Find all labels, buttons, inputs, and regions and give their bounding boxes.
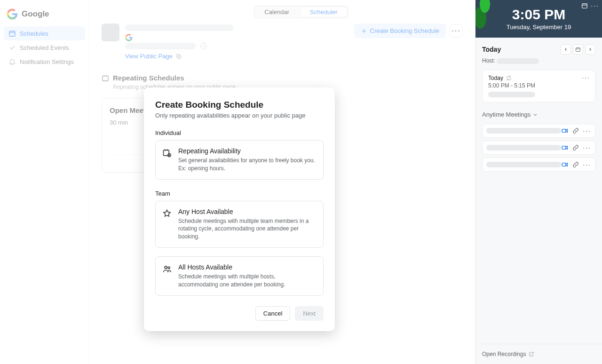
widget-calendar-icon[interactable]	[581, 2, 588, 9]
option-desc: Schedule meetings with multiple team mem…	[178, 217, 317, 241]
today-button[interactable]	[573, 44, 583, 55]
anytime-meeting-item[interactable]: ···	[482, 141, 595, 155]
calendar-icon	[575, 47, 581, 52]
meeting-more-button[interactable]: ···	[583, 127, 591, 135]
event-day: Today	[488, 75, 503, 81]
link-icon[interactable]	[572, 144, 579, 151]
clock-date: Tuesday, September 19	[482, 24, 595, 31]
link-icon[interactable]	[572, 161, 579, 168]
modal-title: Create Booking Schedule	[155, 100, 324, 110]
option-repeating-availability[interactable]: Repeating Availability Set general avail…	[155, 140, 324, 180]
next-day-button[interactable]	[585, 44, 595, 55]
host-label-row: Host:	[482, 57, 595, 64]
option-title: All Hosts Available	[178, 263, 317, 271]
option-all-hosts[interactable]: All Hosts Available Schedule meetings wi…	[155, 256, 324, 296]
host-label: Host:	[482, 57, 495, 64]
event-title-redacted	[488, 92, 535, 97]
star-icon	[162, 209, 172, 218]
event-time: 5:00 PM - 5:15 PM	[488, 82, 589, 89]
meeting-title-redacted	[486, 162, 561, 167]
open-recordings-link[interactable]: Open Recordings	[475, 344, 602, 364]
external-link-icon	[529, 351, 534, 357]
option-desc: Schedule meetings with multiple hosts, a…	[178, 273, 317, 289]
svg-rect-14	[562, 163, 566, 166]
video-icon[interactable]	[561, 161, 569, 168]
option-any-host[interactable]: Any Host Available Schedule meetings wit…	[155, 201, 324, 248]
today-event-card[interactable]: ··· Today 5:00 PM - 5:15 PM	[482, 70, 595, 103]
video-icon[interactable]	[561, 127, 569, 135]
anytime-meetings-header[interactable]: Anytime Meetings	[475, 103, 602, 121]
svg-rect-12	[562, 129, 566, 133]
event-more-button[interactable]: ···	[582, 74, 590, 81]
leaf-decoration-icon	[475, 0, 497, 38]
meeting-title-redacted	[486, 128, 561, 134]
prev-day-button[interactable]	[561, 44, 571, 55]
today-heading: Today	[482, 46, 501, 53]
right-panel: ··· 3:05 PM Tuesday, September 19 Today …	[475, 0, 602, 364]
option-title: Repeating Availability	[178, 147, 317, 155]
chevron-down-icon	[532, 112, 538, 118]
cancel-button[interactable]: Cancel	[255, 306, 290, 321]
next-button[interactable]: Next	[295, 306, 324, 321]
host-name-redacted	[497, 58, 539, 64]
clock-time: 3:05 PM	[482, 7, 595, 23]
open-recordings-label: Open Recordings	[482, 351, 526, 357]
widget-more-icon[interactable]: ···	[591, 2, 599, 9]
modal-group-individual: Individual	[155, 129, 324, 136]
clock-widget: ··· 3:05 PM Tuesday, September 19	[475, 0, 602, 38]
option-title: Any Host Available	[178, 208, 317, 215]
modal-group-team: Team	[155, 190, 324, 197]
anytime-heading: Anytime Meetings	[482, 111, 531, 118]
svg-point-9	[168, 267, 170, 269]
create-booking-schedule-modal: Create Booking Schedule Only repeating a…	[144, 87, 335, 331]
svg-rect-10	[582, 4, 587, 8]
calendar-plus-icon	[162, 148, 172, 158]
modal-subtitle: Only repeating availabilities appear on …	[155, 112, 324, 119]
chevron-right-icon	[588, 47, 593, 52]
meeting-title-redacted	[486, 145, 561, 150]
meeting-more-button[interactable]: ···	[583, 161, 591, 168]
repeat-icon	[506, 75, 512, 81]
anytime-meeting-item[interactable]: ···	[482, 158, 595, 172]
video-icon[interactable]	[561, 144, 569, 151]
svg-point-8	[165, 266, 167, 269]
today-section: Today Host: ··· Today	[475, 38, 602, 103]
users-icon	[162, 264, 172, 274]
link-icon[interactable]	[572, 127, 579, 134]
meeting-more-button[interactable]: ···	[583, 144, 591, 151]
anytime-meeting-item[interactable]: ···	[482, 124, 595, 138]
svg-rect-11	[576, 48, 580, 52]
option-desc: Set general availabilities for anyone to…	[178, 157, 317, 173]
chevron-left-icon	[563, 47, 568, 52]
svg-rect-13	[562, 146, 566, 150]
